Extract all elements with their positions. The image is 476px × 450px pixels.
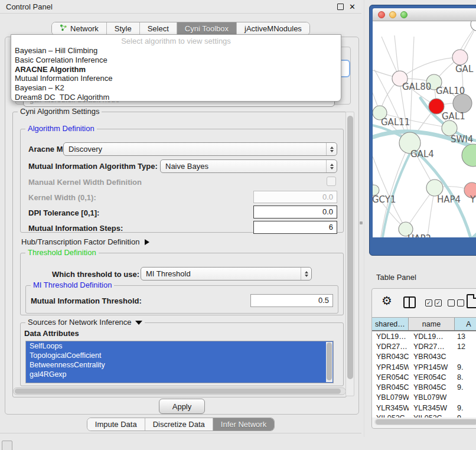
algorithm-item-dream8-dc-tdc-algorithm[interactable]: Dream8 DC_TDC Algorithm — [11, 93, 341, 102]
split-divider[interactable] — [364, 0, 364, 437]
data-attributes-label: Data Attributes — [24, 329, 79, 338]
table-cell: YLR345W — [409, 404, 455, 412]
table-row[interactable]: YBR043CYBR043C — [372, 352, 476, 362]
dock-panel-icon[interactable] — [2, 441, 12, 450]
table-horizontal-scrollbar[interactable] — [374, 419, 476, 425]
tab-jactivemnodules[interactable]: jActiveMNodules — [237, 22, 309, 35]
minimize-traffic-light-icon[interactable] — [389, 11, 396, 18]
table-cell: YBR045C — [372, 383, 409, 392]
settings-vertical-scrollbar[interactable] — [345, 112, 354, 396]
table-cell: YBR043C — [372, 353, 409, 361]
algorithm-dropdown-popup: Select algorithm to view settings Bayesi… — [11, 34, 341, 102]
new-table-icon[interactable] — [467, 294, 476, 308]
float-window-icon[interactable] — [337, 4, 344, 10]
network-window-titlebar[interactable] — [373, 8, 476, 21]
node-hap4[interactable] — [426, 180, 443, 196]
node-gal-cut[interactable] — [452, 50, 468, 65]
which-threshold-combobox[interactable]: MI Threshold — [141, 267, 312, 281]
control-panel-titlebar: Control Panel ✕ — [0, 0, 361, 14]
attribute-item-partial[interactable] — [26, 379, 333, 383]
table-row[interactable]: YLR345WYLR345W9. — [372, 403, 476, 413]
algorithm-item-bayesian-k2[interactable]: Bayesian – K2 — [11, 83, 341, 93]
mi-algorithm-type-combobox[interactable]: Naive Bayes — [160, 159, 337, 173]
apply-button[interactable]: Apply — [159, 399, 205, 414]
aracne-mode-value: Discovery — [64, 143, 326, 155]
list-scrollbar[interactable] — [326, 342, 332, 382]
node-label: GAL10 — [436, 86, 465, 96]
gear-icon[interactable]: ⚙ — [382, 295, 392, 306]
table-row[interactable]: YIL052CYIL052C9 — [372, 413, 476, 418]
close-traffic-light-icon[interactable] — [378, 11, 385, 18]
manual-kernel-width-label: Manual Kernel Width Definition — [28, 178, 142, 187]
algorithm-definition-group: Algorithm Definition Aracne Mode: Discov… — [20, 129, 344, 233]
table-cell: YDR27… — [372, 343, 409, 351]
tab-infer-network[interactable]: Infer Network — [213, 418, 274, 431]
table-row[interactable]: YBL079WYBL079W — [372, 393, 476, 403]
control-panel-tabbar: NetworkStyleSelectCyni ToolboxjActiveMNo… — [0, 20, 361, 35]
tab-label: Infer Network — [221, 420, 266, 429]
table-cell: YDR27… — [409, 343, 455, 351]
column-header-shared[interactable]: shared… — [372, 318, 409, 330]
table-row[interactable]: YDL19…YDL19…13 — [372, 331, 476, 341]
node-label: GAL4 — [410, 149, 434, 159]
table-cell: YIL052C — [409, 414, 455, 418]
attribute-item-gal4rgexp[interactable]: gal4RGexp — [26, 370, 333, 379]
zoom-traffic-light-icon[interactable] — [400, 11, 407, 18]
attribute-item-selfloops[interactable]: SelfLoops — [26, 341, 333, 351]
table-row[interactable]: YDR27…YDR27…12 — [372, 341, 476, 351]
algorithm-item-aracne-algorithm[interactable]: ARACNE Algorithm — [11, 65, 341, 74]
manual-kernel-width-checkbox[interactable] — [327, 177, 336, 186]
data-attributes-list[interactable]: SelfLoopsTopologicalCoefficientBetweenne… — [25, 341, 334, 383]
settings-horizontal-scrollbar[interactable] — [13, 387, 346, 395]
node-top[interactable] — [471, 21, 476, 31]
node-label: GCY1 — [373, 194, 396, 205]
stepper-icon — [326, 143, 337, 155]
table-cell: YER054C — [409, 373, 455, 381]
tab-style[interactable]: Style — [107, 22, 140, 35]
close-icon[interactable]: ✕ — [349, 3, 356, 11]
table-row[interactable]: YER054CYER054C8. — [372, 372, 476, 382]
mi-threshold-field[interactable]: 0.5 — [250, 294, 333, 307]
column-header-a[interactable]: A — [455, 318, 476, 330]
kernel-width-label: Kernel Width (0,1): — [28, 193, 96, 202]
threshold-definition-title: Threshold Definition — [25, 248, 99, 257]
mi-steps-field[interactable]: 6 — [253, 221, 337, 234]
table-row[interactable]: YBR045CYBR045C9. — [372, 382, 476, 392]
tab-impute-data[interactable]: Impute Data — [87, 418, 145, 431]
attribute-item-topologicalcoefficient[interactable]: TopologicalCoefficient — [26, 351, 333, 360]
stepper-icon — [301, 268, 311, 280]
network-view-window: GALGAL80GAL10GAL1GAL11SWI4GAL4GCY1HAP4YH… — [369, 5, 476, 256]
table-row[interactable]: YPR145WYPR145W9. — [372, 362, 476, 372]
node-big-green[interactable] — [462, 144, 476, 167]
column-header-name[interactable]: name — [409, 318, 455, 330]
tab-discretize-data[interactable]: Discretize Data — [145, 418, 213, 431]
table-toolbar: ⚙ ✓✓ — [372, 289, 476, 317]
bottom-tabs: Impute DataDiscretize DataInfer Network — [87, 418, 275, 431]
algorithm-item-basic-correlation-inference[interactable]: Basic Correlation Inference — [11, 56, 341, 65]
sources-group: Sources for Network Inference Data Attri… — [20, 322, 344, 386]
hub-transcription-section[interactable]: Hub/Transcription Factor Definition — [21, 237, 149, 246]
node-label: SWI4 — [451, 134, 473, 145]
deselect-all-checkboxes-icon[interactable] — [448, 299, 464, 306]
algorithm-item-mutual-information-inference[interactable]: Mutual Information Inference — [11, 74, 341, 83]
dpi-tolerance-field[interactable]: 0.0 — [253, 206, 337, 219]
node-label: GAL — [455, 64, 474, 74]
algorithm-item-bayesian-hill-climbing[interactable]: Bayesian – Hill Climbing — [11, 46, 341, 56]
tab-network[interactable]: Network — [52, 22, 107, 35]
kernel-width-field[interactable]: 0.0 — [253, 191, 337, 203]
network-canvas[interactable]: GALGAL80GAL10GAL1GAL11SWI4GAL4GCY1HAP4YH… — [373, 21, 476, 237]
tab-cyni-toolbox[interactable]: Cyni Toolbox — [177, 22, 237, 35]
attribute-item-betweennesscentrality[interactable]: BetweennessCentrality — [26, 360, 333, 370]
tab-label: Style — [115, 24, 132, 33]
tab-select[interactable]: Select — [140, 22, 177, 35]
node-gray[interactable] — [453, 94, 472, 113]
app-root: Control Panel ✕ NetworkStyleSelectCyni T… — [0, 0, 476, 450]
aracne-mode-combobox[interactable]: Discovery — [63, 142, 337, 156]
table-cell: YDL19… — [372, 332, 409, 341]
tab-label: Cyni Toolbox — [185, 24, 229, 33]
columns-icon[interactable] — [403, 296, 416, 308]
collapse-down-icon[interactable] — [135, 321, 142, 325]
select-all-checkboxes-icon[interactable]: ✓✓ — [425, 299, 442, 306]
node-label: GAL11 — [381, 117, 410, 128]
split-divider-grip[interactable] — [360, 221, 363, 224]
